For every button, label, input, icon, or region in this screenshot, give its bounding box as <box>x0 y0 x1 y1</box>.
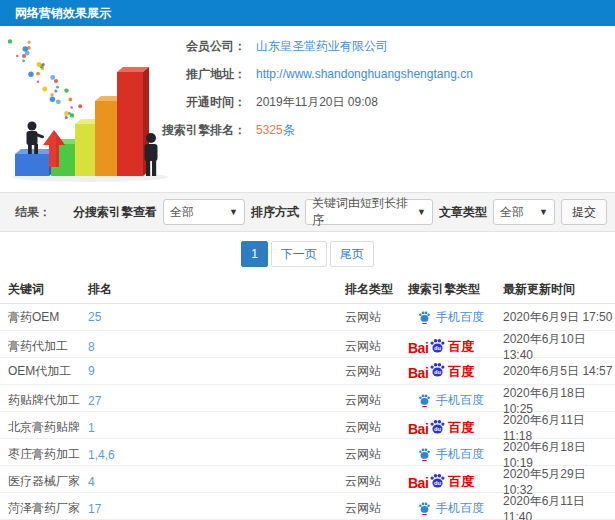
rank-link[interactable]: 1,4,6 <box>88 448 345 462</box>
article-type-value: 全部 <box>500 204 524 221</box>
chevron-down-icon: ▼ <box>539 207 548 217</box>
marketing-chart-illustration <box>5 34 180 184</box>
filter-bar: 结果： 分搜索引擎查看 全部 ▼ 排序方式 关键词由短到长排序 ▼ 文章类型 全… <box>0 192 615 232</box>
rank-link[interactable]: 1 <box>88 421 345 435</box>
table-row: 膏药OEM25云网站手机百度2020年6月9日 17:50 <box>0 304 615 331</box>
info-value[interactable]: http://www.shandonghuangshengtang.cn <box>256 67 473 81</box>
keyword-cell: 药贴牌代加工 <box>8 392 88 409</box>
engine-select-value: 全部 <box>170 204 194 221</box>
table-row: 枣庄膏药加工1,4,6云网站手机百度2020年6月18日 10:19 <box>0 439 615 466</box>
sort-select-value: 关键词由短到长排序 <box>312 195 413 229</box>
svg-text:du: du <box>434 426 441 432</box>
baidu-logo-cn: 百度 <box>448 363 474 381</box>
table-row: 药贴牌代加工27云网站手机百度2020年6月18日 10:25 <box>0 385 615 412</box>
baidu-paw: du <box>429 361 446 380</box>
baidu-paw-icon: du <box>429 418 446 437</box>
rank-link[interactable]: 17 <box>88 502 345 516</box>
filter-controls: 分搜索引擎查看 全部 ▼ 排序方式 关键词由短到长排序 ▼ 文章类型 全部 ▼ … <box>73 199 607 225</box>
mobile-baidu-logo: 手机百度 <box>418 500 503 517</box>
chevron-down-icon: ▼ <box>229 207 238 217</box>
update-time-cell: 2020年6月10日 13:40 <box>503 331 615 362</box>
baidu-paw: du <box>429 337 446 356</box>
mobile-baidu-logo: 手机百度 <box>418 446 503 463</box>
mobile-baidu-logo: 手机百度 <box>418 392 503 409</box>
info-row: 开通时间：2019年11月20日 09:08 <box>160 88 615 116</box>
page-last-button[interactable]: 尾页 <box>330 241 374 267</box>
app-header: 网络营销效果展示 <box>0 0 615 26</box>
company-info-section: 会员公司：山东皇圣堂药业有限公司推广地址：http://www.shandong… <box>0 26 615 192</box>
mobile-baidu-paw-icon <box>418 501 431 516</box>
mobile-baidu-paw-icon <box>418 310 431 325</box>
info-row: 会员公司：山东皇圣堂药业有限公司 <box>160 32 615 60</box>
mobile-baidu-paw-icon <box>418 447 431 462</box>
mobile-baidu-label: 手机百度 <box>436 446 484 463</box>
businessman-right <box>145 133 158 176</box>
col-engine-type: 搜索引擎类型 <box>408 281 503 298</box>
ranking-count: 5325 <box>256 123 283 137</box>
mobile-baidu-paw-icon <box>418 393 431 408</box>
table-row: 医疗器械厂家4云网站Baidu百度2020年5月29日 10:32 <box>0 466 615 493</box>
baidu-pc-logo: Baidu百度 <box>408 361 503 380</box>
keyword-cell: OEM代加工 <box>8 363 88 380</box>
rank-type-cell: 云网站 <box>345 419 408 436</box>
mobile-baidu-label: 手机百度 <box>436 392 484 409</box>
rank-type-cell: 云网站 <box>345 363 408 380</box>
update-time-cell: 2020年6月9日 17:50 <box>503 309 615 326</box>
info-value[interactable]: 山东皇圣堂药业有限公司 <box>256 38 388 55</box>
baidu-paw: du <box>429 418 446 437</box>
svg-text:du: du <box>434 480 441 486</box>
svg-text:du: du <box>434 370 441 376</box>
keyword-cell: 膏药OEM <box>8 309 88 326</box>
baidu-paw-icon: du <box>429 361 446 380</box>
rank-link[interactable]: 4 <box>88 475 345 489</box>
info-row: 搜索引擎排名：5325条 <box>160 116 615 144</box>
result-label: 结果： <box>15 204 51 221</box>
keyword-cell: 枣庄膏药加工 <box>8 446 88 463</box>
update-time-cell: 2020年6月5日 14:57 <box>503 363 615 380</box>
baidu-paw-icon: du <box>429 472 446 491</box>
table-row: OEM代加工9云网站Baidu百度2020年6月5日 14:57 <box>0 358 615 385</box>
keyword-cell: 膏药代加工 <box>8 338 88 355</box>
confetti-dots <box>8 39 89 134</box>
bar-red <box>117 67 149 176</box>
baidu-logo-cn: 百度 <box>448 473 474 491</box>
table-body: 膏药OEM25云网站手机百度2020年6月9日 17:50膏药代加工8云网站Ba… <box>0 304 615 520</box>
rank-type-cell: 云网站 <box>345 338 408 355</box>
keyword-table: 关键词 排名 排名类型 搜索引擎类型 最新更新时间 膏药OEM25云网站手机百度… <box>0 276 615 520</box>
info-value: 2019年11月20日 09:08 <box>256 94 378 111</box>
baidu-pc-logo: Baidu百度 <box>408 472 503 491</box>
svg-text:du: du <box>434 345 441 351</box>
keyword-cell: 医疗器械厂家 <box>8 473 88 490</box>
info-value: 5325条 <box>256 122 295 139</box>
page-next-button[interactable]: 下一页 <box>271 241 327 267</box>
ranking-count-unit: 条 <box>283 123 295 137</box>
baidu-logo-bai: Bai <box>408 421 428 437</box>
keyword-cell: 北京膏药贴牌 <box>8 419 88 436</box>
sort-filter-label: 排序方式 <box>251 204 299 221</box>
col-keyword: 关键词 <box>8 281 88 298</box>
submit-button[interactable]: 提交 <box>561 199 607 225</box>
baidu-paw: du <box>429 472 446 491</box>
engine-filter-label: 分搜索引擎查看 <box>73 204 157 221</box>
mobile-baidu-label: 手机百度 <box>436 309 484 326</box>
company-info-list: 会员公司：山东皇圣堂药业有限公司推广地址：http://www.shandong… <box>160 26 615 144</box>
article-type-select[interactable]: 全部 ▼ <box>493 199 555 225</box>
mobile-baidu-label: 手机百度 <box>436 500 484 517</box>
rank-link[interactable]: 27 <box>88 394 345 408</box>
rank-type-cell: 云网站 <box>345 392 408 409</box>
rank-link[interactable]: 25 <box>88 310 345 324</box>
rank-link[interactable]: 8 <box>88 340 345 354</box>
engine-select[interactable]: 全部 ▼ <box>163 199 245 225</box>
sort-select[interactable]: 关键词由短到长排序 ▼ <box>305 199 433 225</box>
page-current[interactable]: 1 <box>241 241 268 267</box>
update-time-cell: 2020年6月11日 11:40 <box>503 493 615 520</box>
baidu-logo-cn: 百度 <box>448 338 474 356</box>
baidu-pc-logo: Baidu百度 <box>408 337 503 356</box>
article-type-label: 文章类型 <box>439 204 487 221</box>
baidu-pc-logo: Baidu百度 <box>408 418 503 437</box>
col-rank-type: 排名类型 <box>345 281 408 298</box>
rank-link[interactable]: 9 <box>88 364 345 378</box>
info-row: 推广地址：http://www.shandonghuangshengtang.c… <box>160 60 615 88</box>
col-update-time: 最新更新时间 <box>503 281 615 298</box>
baidu-logo-bai: Bai <box>408 365 428 381</box>
